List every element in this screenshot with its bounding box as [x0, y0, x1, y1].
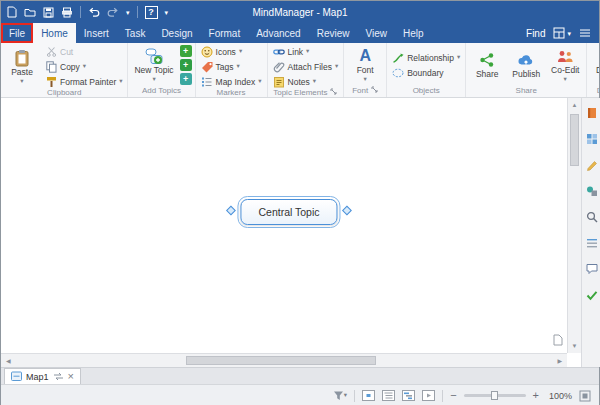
zoom-slider[interactable]: [464, 394, 526, 397]
new-document-icon[interactable]: [7, 6, 17, 18]
titlebar: ▾ ? ▾ MindManager - Map1: [1, 1, 599, 23]
task-info-panel-icon[interactable]: [585, 288, 599, 302]
toolbar-separator: [80, 6, 81, 18]
gantt-view-button[interactable]: [402, 390, 415, 401]
map-tab[interactable]: Map1 ×: [4, 368, 81, 384]
filter-button[interactable]: ▾: [333, 390, 347, 401]
caret-down-icon: ▾: [237, 63, 240, 70]
add-subtopic-button[interactable]: +: [180, 45, 192, 57]
boundary-button[interactable]: Boundary: [390, 66, 462, 79]
outline-view-button[interactable]: [382, 390, 395, 401]
add-floating-topic-button[interactable]: +: [180, 73, 192, 85]
cloud-publish-icon: [517, 51, 535, 69]
tab-help[interactable]: Help: [395, 23, 432, 43]
caret-down-icon: ▾: [335, 63, 338, 70]
scroll-left-icon[interactable]: ◀: [1, 358, 16, 364]
map-canvas[interactable]: Central Topic: [1, 98, 567, 353]
caret-down-icon: ▾: [306, 48, 309, 55]
central-topic[interactable]: Central Topic: [240, 199, 337, 225]
tab-task[interactable]: Task: [117, 23, 154, 43]
people-icon: [556, 47, 574, 65]
format-painter-label: Format Painter: [60, 77, 116, 87]
tab-format[interactable]: Format: [201, 23, 249, 43]
tags-button[interactable]: Tags ▾: [199, 60, 264, 73]
notes-button[interactable]: Notes ▾: [271, 75, 341, 88]
publish-label: Publish: [512, 70, 540, 80]
link-button[interactable]: Link ▾: [271, 45, 341, 58]
redo-icon[interactable]: [107, 7, 119, 17]
caret-down-icon[interactable]: ▾: [165, 9, 169, 16]
statusbar-separator: [442, 390, 443, 402]
tab-file[interactable]: File: [1, 23, 33, 43]
print-icon[interactable]: [61, 7, 73, 18]
document-tabbar: Map1 ×: [1, 367, 599, 384]
comments-panel-icon[interactable]: [585, 262, 599, 276]
task-pane-strip: [581, 98, 600, 367]
map-parts-panel-icon[interactable]: [585, 132, 599, 146]
index-panel-icon[interactable]: [585, 236, 599, 250]
quick-access-toolbar: ▾ ? ▾: [7, 6, 168, 19]
tab-home[interactable]: Home: [33, 23, 76, 43]
window-layout-button[interactable]: ▾: [553, 27, 571, 39]
scroll-right-icon[interactable]: ▶: [552, 358, 567, 364]
font-button[interactable]: A Font ▾: [347, 46, 383, 83]
caret-down-icon[interactable]: ▾: [126, 9, 130, 16]
sync-icon[interactable]: [53, 372, 64, 381]
zoom-in-button[interactable]: +: [533, 390, 539, 401]
scroll-up-icon[interactable]: ▲: [568, 98, 581, 112]
shapes-panel-icon[interactable]: [585, 184, 599, 198]
ribbon-tab-row: File Home Insert Task Design Format Adva…: [1, 23, 599, 43]
topic-handle-left[interactable]: [226, 206, 236, 216]
format-painter-button[interactable]: Format Painter ▾: [43, 75, 124, 88]
add-topic-after-button[interactable]: +: [180, 59, 192, 71]
styles-panel-icon[interactable]: [585, 158, 599, 172]
horizontal-scroll-thumb[interactable]: [186, 356, 376, 365]
map-index-button[interactable]: Map Index ▾: [199, 75, 264, 88]
topic-handle-right[interactable]: [342, 206, 352, 216]
vertical-scroll-thumb[interactable]: [570, 114, 579, 166]
zoom-slider-thumb[interactable]: [491, 391, 498, 400]
publish-button[interactable]: Publish: [508, 50, 544, 81]
dialog-launcher-icon[interactable]: [371, 86, 378, 95]
close-tab-icon[interactable]: ×: [68, 371, 74, 382]
zoom-out-button[interactable]: −: [450, 390, 456, 401]
scroll-down-icon[interactable]: ▼: [568, 339, 581, 353]
cut-label: Cut: [60, 47, 73, 57]
library-panel-icon[interactable]: [585, 106, 599, 120]
tab-view[interactable]: View: [357, 23, 395, 43]
find-button[interactable]: Find: [526, 28, 545, 39]
co-edit-button[interactable]: Co-Edit ▾: [547, 46, 583, 83]
help-icon[interactable]: ?: [145, 6, 158, 19]
tab-advanced[interactable]: Advanced: [248, 23, 308, 43]
map-tab-label: Map1: [26, 372, 49, 382]
dialog-launcher-icon[interactable]: [330, 88, 337, 97]
page-setup-icon[interactable]: [553, 332, 563, 350]
tab-insert[interactable]: Insert: [76, 23, 117, 43]
markers-group-label: Markers: [217, 88, 246, 97]
share-button[interactable]: Share: [469, 50, 505, 81]
panel-list-icon[interactable]: [579, 28, 591, 38]
undo-icon[interactable]: [88, 7, 100, 17]
tab-review[interactable]: Review: [309, 23, 358, 43]
horizontal-scrollbar[interactable]: ◀ ▶: [1, 353, 567, 367]
cut-button[interactable]: Cut: [43, 45, 124, 58]
delete-button[interactable]: × Delete ▾: [590, 46, 599, 83]
map-view-button[interactable]: [362, 390, 375, 401]
copy-button[interactable]: Copy ▾: [43, 60, 124, 73]
paste-button[interactable]: Paste ▾: [4, 48, 40, 85]
open-file-icon[interactable]: [24, 7, 36, 17]
index-list-icon: [201, 76, 213, 87]
search-panel-icon[interactable]: [585, 210, 599, 224]
relationship-button[interactable]: Relationship ▾: [390, 51, 462, 64]
central-topic-label: Central Topic: [258, 206, 319, 218]
fit-map-button[interactable]: [579, 390, 591, 402]
save-icon[interactable]: [43, 7, 54, 18]
slides-view-button[interactable]: [422, 390, 435, 401]
delete-label: Delete: [596, 66, 599, 76]
tab-design[interactable]: Design: [153, 23, 200, 43]
icons-button[interactable]: Icons ▾: [199, 45, 264, 58]
new-topic-button[interactable]: New Topic ▾: [131, 46, 176, 83]
vertical-scrollbar[interactable]: ▲ ▼: [567, 98, 581, 353]
attach-files-button[interactable]: Attach Files ▾: [271, 60, 341, 73]
tabrow-right: Find ▾: [526, 23, 599, 43]
